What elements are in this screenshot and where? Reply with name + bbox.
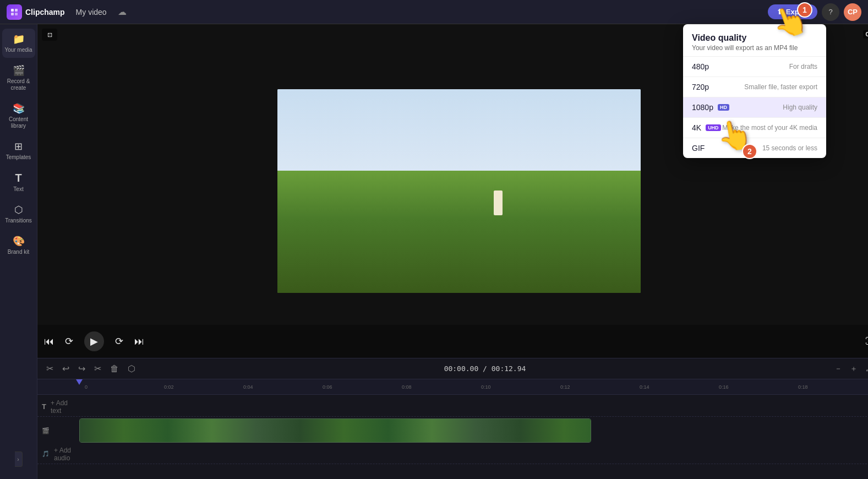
sidebar-item-templates[interactable]: ⊞ Templates xyxy=(2,136,35,165)
skip-forward-button[interactable]: ⏭ xyxy=(134,336,144,347)
quality-1080p-name: 1080p xyxy=(692,103,713,112)
brand-kit-label: Brand kit xyxy=(8,249,29,255)
text-icon: T xyxy=(15,172,21,184)
video-thumbnail xyxy=(277,89,641,293)
cc-badge: CC xyxy=(863,30,868,39)
quality-gif-left: GIF xyxy=(692,144,705,153)
caption-toggle-button[interactable]: ⊡ xyxy=(42,29,57,41)
timeline-ruler: 0 0:02 0:04 0:06 0:08 0:10 0:12 0:14 0:1… xyxy=(37,379,868,395)
transitions-icon: ⬡ xyxy=(14,204,23,216)
quality-720p-desc: Smaller file, faster export xyxy=(744,83,817,91)
record-create-label: Record &create xyxy=(7,78,30,91)
templates-label: Templates xyxy=(6,154,31,161)
undo-button[interactable]: ↩ xyxy=(60,361,72,376)
content-library-label: Contentlibrary xyxy=(9,116,28,129)
zoom-controls: － ＋ ⤢ xyxy=(832,362,868,376)
text-track-content[interactable] xyxy=(79,397,868,416)
redo-button[interactable]: ↪ xyxy=(76,361,88,376)
timeline-tracks: T + Add text 🎬 xyxy=(37,395,868,466)
sidebar-item-brand-kit[interactable]: 🎨 Brand kit xyxy=(2,231,35,260)
quality-480p-name: 480p xyxy=(692,62,709,71)
sidebar-item-transitions[interactable]: ⬡ Transitions xyxy=(2,199,35,228)
project-name[interactable]: My video xyxy=(72,6,111,19)
video-quality-title: Video quality xyxy=(692,33,817,43)
topbar-right: ⬆ Export ? CP xyxy=(768,3,861,21)
play-button[interactable]: ▶ xyxy=(84,331,104,351)
ruler-mark-8: 0:08 xyxy=(401,384,480,390)
audio-track-content[interactable] xyxy=(79,444,868,464)
duplicate-button[interactable]: ⬡ xyxy=(125,361,138,376)
quality-720p-left: 720p xyxy=(692,83,709,91)
sidebar-item-your-media[interactable]: 📁 Your media xyxy=(2,29,35,58)
svg-rect-0 xyxy=(11,9,14,12)
video-quality-subtitle: Your video will export as an MP4 file xyxy=(692,44,817,52)
quality-option-gif[interactable]: GIF 15 seconds or less xyxy=(683,138,826,158)
quality-480p-left: 480p xyxy=(692,62,709,71)
ruler-mark-4: 0:04 xyxy=(242,384,321,390)
split-tool-button[interactable]: ✂ xyxy=(44,361,56,376)
help-button[interactable]: ? xyxy=(822,3,839,21)
cc-icon-wrap: CC xyxy=(863,29,868,39)
video-clip-thumbnail xyxy=(80,419,591,442)
logo-icon xyxy=(7,4,22,20)
export-dropdown: Video quality Your video will export as … xyxy=(683,24,826,158)
fullscreen-button[interactable]: ⛶ xyxy=(865,336,868,346)
avatar-label: CP xyxy=(848,8,858,16)
export-button[interactable]: ⬆ Export xyxy=(768,4,817,19)
cut-button[interactable]: ✂ xyxy=(92,361,103,376)
zoom-in-button[interactable]: ＋ xyxy=(848,362,860,376)
sidebar-item-text[interactable]: T Text xyxy=(2,167,35,197)
your-media-icon: 📁 xyxy=(13,33,25,45)
svg-rect-2 xyxy=(11,13,14,15)
caption-button-area: ⊡ xyxy=(42,29,57,41)
text-track-label: T + Add text xyxy=(37,397,79,417)
sidebar-item-content-library[interactable]: 📚 Contentlibrary xyxy=(2,98,35,134)
export-dropdown-header: Video quality Your video will export as … xyxy=(683,24,826,57)
topbar-left: Clipchamp My video ☁ xyxy=(7,4,127,20)
total-time: 00:12.94 xyxy=(492,364,526,373)
app-name: Clipchamp xyxy=(25,8,65,17)
add-text-button[interactable]: + Add text xyxy=(48,397,75,417)
uhd-badge: UHD xyxy=(706,124,721,131)
text-label: Text xyxy=(13,186,23,193)
quality-option-1080p[interactable]: 1080p HD High quality xyxy=(683,97,826,118)
timeline-tools: ✂ ↩ ↪ ✂ 🗑 ⬡ xyxy=(44,361,138,376)
quality-option-720p[interactable]: 720p Smaller file, faster export xyxy=(683,77,826,97)
delete-button[interactable]: 🗑 xyxy=(108,362,121,376)
fit-timeline-button[interactable]: ⤢ xyxy=(863,362,868,375)
ruler-mark-16: 0:16 xyxy=(718,384,797,390)
playhead-triangle xyxy=(76,379,83,385)
sidebar-collapse-button[interactable]: › xyxy=(15,451,23,467)
app-logo[interactable]: Clipchamp xyxy=(7,4,65,20)
templates-icon: ⊞ xyxy=(14,140,23,153)
ruler-mark-12: 0:12 xyxy=(559,384,638,390)
zoom-out-button[interactable]: － xyxy=(832,362,844,376)
fast-forward-button[interactable]: ⟳ xyxy=(115,335,123,347)
quality-gif-desc: 15 seconds or less xyxy=(762,144,817,152)
ruler-marks: 0 0:02 0:04 0:06 0:08 0:10 0:12 0:14 0:1… xyxy=(84,384,868,390)
audio-track-row: 🎵 + Add audio xyxy=(37,444,868,464)
transitions-label: Transitions xyxy=(5,217,32,224)
quality-gif-name: GIF xyxy=(692,144,705,153)
sidebar-item-record-create[interactable]: 🎬 Record &create xyxy=(2,60,35,96)
rewind-button[interactable]: ⟳ xyxy=(65,335,73,347)
video-sky xyxy=(277,89,641,181)
svg-rect-1 xyxy=(15,9,18,12)
quality-1080p-desc: High quality xyxy=(783,104,817,111)
quality-4k-left: 4K UHD xyxy=(692,123,721,132)
ruler-mark-14: 0:14 xyxy=(638,384,718,390)
quality-4k-desc: Make the most of your 4K media xyxy=(722,124,817,132)
ruler-mark-2: 0:02 xyxy=(163,384,242,390)
user-avatar[interactable]: CP xyxy=(844,3,861,21)
quality-option-4k[interactable]: 4K UHD Make the most of your 4K media xyxy=(683,118,826,138)
add-audio-button[interactable]: + Add audio xyxy=(52,444,75,464)
video-clip[interactable] xyxy=(79,418,591,443)
quality-option-480p[interactable]: 480p For drafts xyxy=(683,57,826,77)
video-track-row: 🎬 xyxy=(37,417,868,444)
video-track-label: 🎬 xyxy=(37,427,79,434)
svg-rect-3 xyxy=(15,13,18,15)
current-time: 00:00.00 xyxy=(444,364,479,373)
export-icon: ⬆ xyxy=(777,8,783,16)
quality-720p-name: 720p xyxy=(692,83,709,91)
skip-back-button[interactable]: ⏮ xyxy=(44,336,54,347)
